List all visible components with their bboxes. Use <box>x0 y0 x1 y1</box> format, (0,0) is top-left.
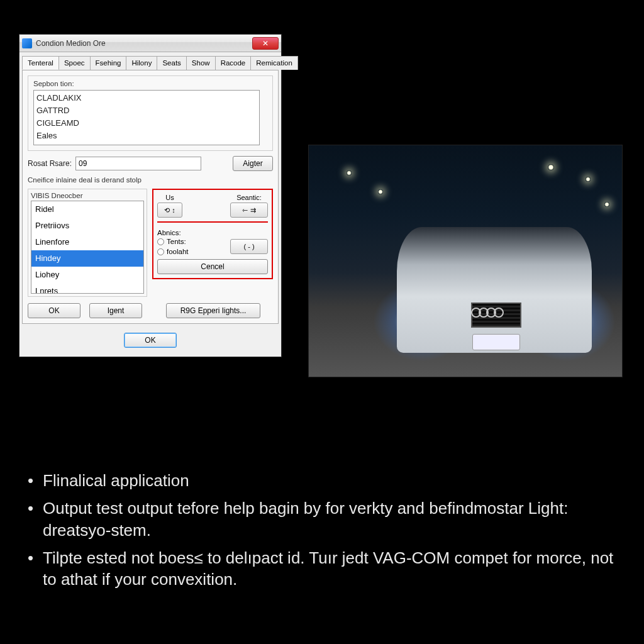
app-icon <box>22 38 32 48</box>
search-label: Seantic: <box>236 194 262 201</box>
aigter-button[interactable]: Aigter <box>233 156 273 171</box>
us-button[interactable]: ⟲ ↕ <box>157 203 182 218</box>
tab-panel: Sepbon tion: CLADLAKIX GATTRD CIGLEAMD E… <box>22 70 279 324</box>
dialog-ok-row: OK <box>19 326 281 357</box>
close-button[interactable]: ✕ <box>252 37 279 50</box>
us-label: Us <box>165 194 174 201</box>
streetlight-icon <box>548 164 554 170</box>
list-item[interactable]: Pretriiovs <box>31 218 143 234</box>
list-item[interactable]: Ridel <box>31 201 143 218</box>
us-search-row: Us ⟲ ↕ Seantic: ⇽ ⇉ <box>157 194 268 223</box>
dialog-window: Condion Medion Ore ✕ Tenteral Spoec Fseh… <box>19 34 282 357</box>
abnics-row: Tents: foolaht ( - ) <box>157 238 268 255</box>
top-list-item[interactable]: CIGLEAMD <box>36 117 257 130</box>
top-list-label: Sepbon tion: <box>33 80 267 87</box>
streetlight-icon <box>378 189 383 194</box>
top-listbox[interactable]: CLADLAKIX GATTRD CIGLEAMD Eales <box>33 90 260 145</box>
tab-seats[interactable]: Seats <box>157 56 186 70</box>
radio-foolaht-label: foolaht <box>167 248 189 255</box>
tab-remication[interactable]: Remication <box>250 56 298 70</box>
streetlight-icon <box>604 202 609 207</box>
right-highlighted-block: Us ⟲ ↕ Seantic: ⇽ ⇉ Abnics: Te <box>152 189 273 279</box>
tab-fsehing[interactable]: Fsehing <box>90 56 127 70</box>
tab-bar: Tenteral Spoec Fsehing Hilony Seats Show… <box>19 52 281 70</box>
abnics-group: Abnics: Tents: foolaht ( <box>157 226 268 255</box>
radio-tents[interactable]: Tents: <box>157 238 189 245</box>
tab-hilony[interactable]: Hilony <box>126 56 157 70</box>
lower-section: VIBIS Dneocber Ridel Pretriiovs Linenfor… <box>28 189 273 297</box>
abnics-button[interactable]: ( - ) <box>230 239 268 254</box>
left-listbox[interactable]: Ridel Pretriiovs Linenfore Hindey Liohey… <box>31 201 144 294</box>
abnics-label: Abnics: <box>157 229 181 236</box>
reset-row: Rosat Rsare: Aigter <box>28 156 273 171</box>
streetlight-icon <box>347 170 352 175</box>
window-title: Condion Medion Ore <box>36 39 252 48</box>
radio-icon <box>157 238 164 245</box>
top-fieldset: Sepbon tion: CLADLAKIX GATTRD CIGLEAMD E… <box>28 75 273 151</box>
streetlight-icon <box>586 177 591 182</box>
titlebar[interactable]: Condion Medion Ore ✕ <box>19 35 281 52</box>
radio-foolaht[interactable]: foolaht <box>157 248 189 255</box>
igent-button[interactable]: Igent <box>89 303 142 318</box>
tab-show[interactable]: Show <box>186 56 216 70</box>
audi-rings-icon <box>474 308 504 318</box>
close-icon: ✕ <box>262 39 269 48</box>
bottom-row: OK Igent R9G Epperi Iights... <box>28 303 273 318</box>
left-list-label: VIBIS Dneocber <box>31 192 144 199</box>
tab-spoec[interactable]: Spoec <box>58 56 91 70</box>
bullet-item: Flinalical application <box>25 470 619 491</box>
bullet-item: Output test output tefore help bagin by … <box>25 497 619 541</box>
reset-label: Rosat Rsare: <box>28 159 72 168</box>
tab-tenteral[interactable]: Tenteral <box>22 56 59 70</box>
dialog-ok-button[interactable]: OK <box>124 333 177 348</box>
tab-racode[interactable]: Racode <box>215 56 252 70</box>
license-plate <box>472 334 520 350</box>
top-list-item[interactable]: GATTRD <box>36 104 257 117</box>
list-item[interactable]: Lnrets <box>31 283 143 294</box>
top-list-item[interactable]: Eales <box>36 130 257 142</box>
left-list-wrap: VIBIS Dneocber Ridel Pretriiovs Linenfor… <box>28 189 147 297</box>
search-col: Seantic: ⇽ ⇉ <box>230 194 268 218</box>
reset-input[interactable] <box>75 157 201 170</box>
list-item[interactable]: Linenfore <box>31 234 143 250</box>
rsg-button[interactable]: R9G Epperi Iights... <box>166 303 260 318</box>
us-col: Us ⟲ ↕ <box>157 194 182 218</box>
list-item-selected[interactable]: Hindey <box>31 250 143 267</box>
caption-bullets: Flinalical application Output test outpu… <box>25 470 619 597</box>
bullet-item: Tilpte ested not boes≤ to delıpact id. T… <box>25 547 619 591</box>
car-photo <box>308 145 623 377</box>
radio-tents-label: Tents: <box>167 238 186 245</box>
top-list-item[interactable]: CLADLAKIX <box>36 92 257 104</box>
ok-button[interactable]: OK <box>28 303 80 318</box>
info-text: Cneifice inlaine deal is derand stolp <box>28 176 273 184</box>
cancel-button[interactable]: Cencel <box>157 259 268 274</box>
search-button[interactable]: ⇽ ⇉ <box>230 203 268 218</box>
list-item[interactable]: Liohey <box>31 267 143 283</box>
radio-icon <box>157 248 164 255</box>
